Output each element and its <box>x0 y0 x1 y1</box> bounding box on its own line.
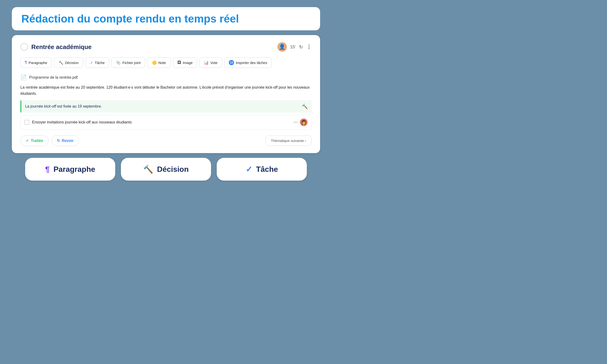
card-header: Rentrée académique 👤 15' ↻ ⋮ <box>20 42 312 52</box>
title-container: Rédaction du compte rendu en temps réel <box>12 7 320 30</box>
bottom-paragraphe-button[interactable]: ¶ Paragraphe <box>25 158 115 181</box>
toolbar-note-button[interactable]: 🟡 Note <box>147 57 171 68</box>
bottom-toolbar: ¶ Paragraphe 🔨 Décision ✓ Tâche <box>12 158 320 181</box>
task-checkbox[interactable] <box>25 120 29 125</box>
traitee-button[interactable]: ✓ Traitée <box>20 135 49 146</box>
bottom-tache-label: Tâche <box>256 165 278 174</box>
toolbar-image-label: Image <box>183 61 193 65</box>
revoir-button[interactable]: ↻ Revoir <box>52 135 79 146</box>
bottom-hammer-icon: 🔨 <box>143 165 153 174</box>
toolbar-fichier-label: Fichier joint <box>122 61 141 65</box>
paragraph-text: La rentrée académique est fixée au 20 se… <box>20 84 312 96</box>
main-card: Rentrée académique 👤 15' ↻ ⋮ ¶ Paragraph… <box>12 35 320 153</box>
paperclip-icon: 📎 <box>116 60 121 65</box>
task-text: Envoyer invitations journée kick-off aux… <box>32 120 132 124</box>
import-badge: 13 <box>229 60 234 65</box>
image-icon: 🖼 <box>177 60 181 65</box>
check-icon: ✓ <box>90 60 93 65</box>
toolbar-decision-label: Décision <box>65 61 79 65</box>
toolbar: ¶ Paragraphe 🔨 Décision ✓ Tâche 📎 Fichie… <box>20 57 312 68</box>
status-circle[interactable] <box>20 43 28 51</box>
task-avatar: 👩 <box>300 118 307 126</box>
pdf-filename: Programme de la rentrée.pdf <box>29 75 78 80</box>
next-label: Thématique suivante › <box>271 139 306 143</box>
decision-row: La journée kick-off est fixée au 19 sept… <box>20 100 312 113</box>
traitee-icon: ✓ <box>26 138 29 143</box>
toolbar-import-button[interactable]: 13 Importer des tâches <box>224 57 272 68</box>
bottom-decision-label: Décision <box>157 165 188 174</box>
toolbar-image-button[interactable]: 🖼 Image <box>173 57 197 68</box>
bottom-paragraph-icon: ¶ <box>45 165 50 174</box>
bottom-tache-button[interactable]: ✓ Tâche <box>217 158 307 181</box>
toolbar-vote-button[interactable]: 📊 Vote <box>199 57 222 68</box>
content-area: 📄 Programme de la rentrée.pdf La rentrée… <box>20 74 312 130</box>
toolbar-import-label: Importer des tâches <box>236 61 267 65</box>
card-header-right: 👤 15' ↻ ⋮ <box>277 42 312 52</box>
bottom-decision-button[interactable]: 🔨 Décision <box>121 158 211 181</box>
toolbar-note-label: Note <box>158 61 166 65</box>
bottom-check-icon: ✓ <box>246 165 252 174</box>
toolbar-decision-button[interactable]: 🔨 Décision <box>54 57 83 68</box>
pdf-icon: 📄 <box>20 74 27 80</box>
toolbar-paragraphe-button[interactable]: ¶ Paragraphe <box>20 57 52 68</box>
task-tag <box>293 121 298 123</box>
toolbar-tache-label: Tâche <box>95 61 105 65</box>
footer-left: ✓ Traitée ↻ Revoir <box>20 135 79 146</box>
note-icon: 🟡 <box>152 60 157 65</box>
decision-text: La journée kick-off est fixée au 19 sept… <box>25 104 102 108</box>
traitee-label: Traitée <box>31 139 43 143</box>
task-row: Envoyer invitations journée kick-off aux… <box>20 115 312 130</box>
vote-icon: 📊 <box>204 60 209 65</box>
revoir-label: Revoir <box>62 139 74 143</box>
hammer-icon: 🔨 <box>59 60 63 65</box>
task-right: 👩 <box>293 118 307 126</box>
page-title: Rédaction du compte rendu en temps réel <box>21 12 311 25</box>
meeting-title: Rentrée académique <box>31 43 92 51</box>
paragraph-icon: ¶ <box>25 60 27 65</box>
avatar: 👤 <box>277 42 287 52</box>
toolbar-paragraphe-label: Paragraphe <box>29 61 47 65</box>
decision-hammer-icon: 🔨 <box>302 104 308 109</box>
bottom-paragraphe-label: Paragraphe <box>53 165 95 174</box>
more-options-icon[interactable]: ⋮ <box>306 44 312 50</box>
task-left: Envoyer invitations journée kick-off aux… <box>25 120 132 125</box>
card-header-left: Rentrée académique <box>20 43 92 51</box>
card-footer: ✓ Traitée ↻ Revoir Thématique suivante › <box>20 135 312 146</box>
timer: 15' <box>290 45 296 50</box>
toolbar-vote-label: Vote <box>210 61 217 65</box>
pdf-attachment[interactable]: 📄 Programme de la rentrée.pdf <box>20 74 312 80</box>
next-theme-button[interactable]: Thématique suivante › <box>265 136 312 146</box>
toolbar-tache-button[interactable]: ✓ Tâche <box>86 57 109 68</box>
revoir-icon: ↻ <box>57 138 60 143</box>
toolbar-fichier-button[interactable]: 📎 Fichier joint <box>111 57 145 68</box>
refresh-icon[interactable]: ↻ <box>299 44 303 50</box>
